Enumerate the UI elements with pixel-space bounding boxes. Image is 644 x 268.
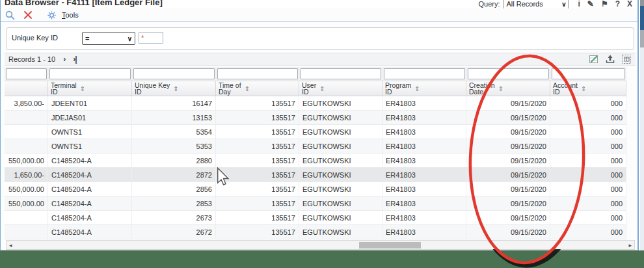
header-label: ID xyxy=(385,88,411,95)
cell: 09/15/2020 xyxy=(466,225,550,239)
cell: 2673 xyxy=(132,211,216,225)
column-header-2[interactable]: Unique KeyID⇕ xyxy=(132,81,216,96)
column-header-4[interactable]: UserID⇕ xyxy=(299,81,382,96)
cell: ER41803 xyxy=(382,96,466,111)
cell: EGUTKOWSKI xyxy=(299,168,382,182)
cell: 09/15/2020 xyxy=(466,139,550,154)
header-label: Date xyxy=(469,88,495,95)
cell: 09/15/2020 xyxy=(466,96,550,111)
cell: 5353 xyxy=(132,139,216,154)
cell: 135517 xyxy=(216,125,299,139)
cell: C1485204-A xyxy=(48,211,132,225)
close-icon[interactable]: X xyxy=(627,0,632,8)
cell: 000 xyxy=(550,211,626,225)
cell: ER41803 xyxy=(382,154,466,168)
sort-icon[interactable]: ⇕ xyxy=(414,85,420,92)
query-select[interactable]: All Records ∨ xyxy=(503,0,569,8)
table-row[interactable]: 1,650.00-C1485204-A2872135517EGUTKOWSKIE… xyxy=(5,168,626,182)
table-row[interactable]: 550,000.00C1485204-A2880135517EGUTKOWSKI… xyxy=(5,154,626,168)
tools-menu[interactable]: Tools xyxy=(62,11,79,19)
chevron-down-icon: ∨ xyxy=(561,1,566,8)
table-row[interactable]: 550,000.00C1485204-A2856135517EGUTKOWSKI… xyxy=(5,182,626,196)
export-grid-icon[interactable] xyxy=(604,54,615,64)
vertical-scrollbar[interactable] xyxy=(640,0,644,250)
screen: Data Browser - F4111 [Item Ledger File] … xyxy=(0,0,644,268)
horizontal-scrollbar[interactable]: ◂ ▸ xyxy=(6,240,635,250)
cell: 135517 xyxy=(216,139,299,154)
cell: 09/15/2020 xyxy=(466,154,550,168)
qbe-filter-input-col0[interactable] xyxy=(6,68,47,79)
cell: 2872 xyxy=(132,168,216,182)
scroll-right-icon[interactable]: ▸ xyxy=(628,241,632,249)
column-header-6[interactable]: CreationDate⇕ xyxy=(466,81,550,96)
table-row[interactable]: OWNTS15354135517EGUTKOWSKIER4180309/15/2… xyxy=(5,125,626,139)
help-icon[interactable]: ? xyxy=(615,0,620,8)
cell: 550,000.00 xyxy=(5,154,48,168)
qbe-filter-row xyxy=(5,67,626,81)
cell: 13153 xyxy=(132,111,216,125)
sort-icon[interactable]: ⇕ xyxy=(245,85,250,92)
column-header-7[interactable]: AccountID⇕ xyxy=(550,81,626,96)
data-grid: TerminalID⇕Unique KeyID⇕Time ofDay⇕UserI… xyxy=(5,67,626,239)
edit-query-icon[interactable]: ✎ xyxy=(587,0,594,8)
title-bar: Data Browser - F4111 [Item Ledger File] … xyxy=(1,0,637,8)
sort-icon[interactable]: ⇕ xyxy=(319,85,325,92)
cell: 5354 xyxy=(132,125,216,139)
vertical-scroll-thumb[interactable] xyxy=(640,6,644,30)
cell: ER41803 xyxy=(382,125,466,139)
last-page-button[interactable]: ›| xyxy=(73,55,76,64)
cell: C1485204-A xyxy=(48,168,132,182)
header-label: ID xyxy=(553,88,578,95)
column-header-5[interactable]: ProgramID⇕ xyxy=(382,81,466,96)
table-row[interactable]: 550,000.00C1485204-A2853135517EGUTKOWSKI… xyxy=(5,196,626,211)
cell: 000 xyxy=(550,182,626,196)
table-row[interactable]: 3,850.00-JDEENT0116147135517EGUTKOWSKIER… xyxy=(5,96,626,111)
vertical-scroll-top[interactable] xyxy=(640,0,644,6)
gear-icon[interactable] xyxy=(46,10,57,20)
customize-grid-icon[interactable] xyxy=(588,54,599,64)
flag-icon[interactable]: ⚑ xyxy=(601,0,608,8)
horizontal-scroll-thumb[interactable] xyxy=(359,242,421,248)
cell: C1485204-A xyxy=(48,182,132,196)
cell: 000 xyxy=(550,196,626,211)
cell: 135517 xyxy=(216,154,299,168)
table-row[interactable]: C1485204-A2673135517EGUTKOWSKIER4180309/… xyxy=(5,211,626,225)
qbe-filter-input-col4[interactable] xyxy=(301,68,381,79)
cell: ER41803 xyxy=(382,225,466,239)
scroll-left-icon[interactable]: ◂ xyxy=(9,241,12,249)
sort-icon[interactable]: ⇕ xyxy=(80,85,85,92)
cell: 09/15/2020 xyxy=(466,196,550,211)
close-form-icon[interactable] xyxy=(23,10,33,20)
column-header-1[interactable]: TerminalID⇕ xyxy=(48,81,132,96)
qbe-filter-input-col7[interactable] xyxy=(552,68,625,79)
cell: ER41803 xyxy=(382,111,466,125)
column-header-0[interactable] xyxy=(5,81,48,96)
sort-icon[interactable]: ⇕ xyxy=(498,85,503,92)
cell: 2880 xyxy=(132,154,216,168)
qbe-filter-input-col5[interactable] xyxy=(384,68,465,79)
column-header-3[interactable]: Time ofDay⇕ xyxy=(216,81,299,96)
filter-value-input[interactable] xyxy=(139,32,163,44)
sort-icon[interactable]: ⇕ xyxy=(173,85,178,92)
header-label: ID xyxy=(135,88,170,95)
table-row[interactable]: OWNTS15353135517EGUTKOWSKIER4180309/15/2… xyxy=(5,139,626,154)
cell: 550,000.00 xyxy=(5,182,48,196)
qbe-filter-input-col6[interactable] xyxy=(468,68,549,79)
cell: 000 xyxy=(550,225,626,239)
table-row[interactable]: JDEJAS0113153135517EGUTKOWSKIER4180309/1… xyxy=(5,111,626,125)
cell xyxy=(5,125,48,139)
cell: OWNTS1 xyxy=(48,139,132,154)
cell: ER41803 xyxy=(382,139,466,154)
cell: 2853 xyxy=(132,196,216,211)
expand-grid-icon[interactable] xyxy=(621,54,632,64)
info-icon[interactable]: i xyxy=(578,0,580,8)
cell: 1,650.00- xyxy=(5,168,48,182)
filter-operator-select[interactable]: = ∨ xyxy=(82,32,135,45)
sort-icon[interactable]: ⇕ xyxy=(581,85,586,92)
qbe-filter-input-col2[interactable] xyxy=(133,68,215,79)
qbe-filter-input-col1[interactable] xyxy=(49,68,131,79)
table-row[interactable]: C1485204-A2672135517EGUTKOWSKIER4180309/… xyxy=(5,225,626,239)
next-page-button[interactable]: › xyxy=(63,55,65,64)
qbe-filter-input-col3[interactable] xyxy=(217,68,298,79)
search-icon[interactable] xyxy=(5,10,15,20)
